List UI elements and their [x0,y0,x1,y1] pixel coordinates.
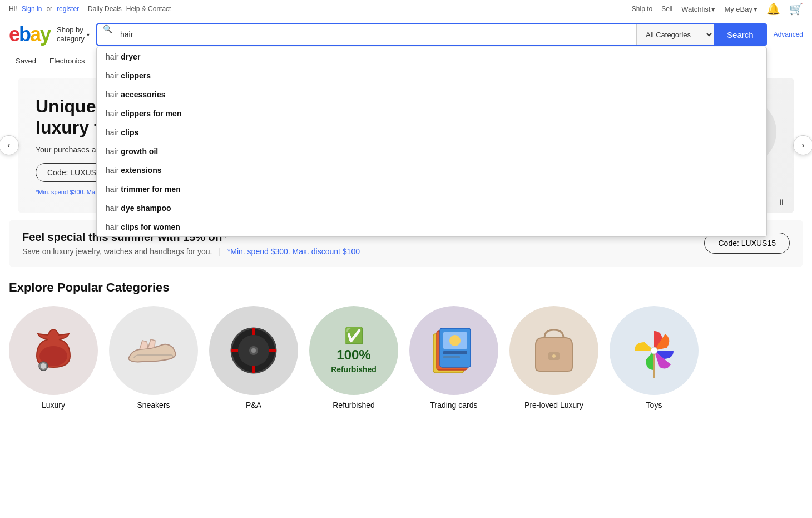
header: ebay Shop bycategory ▾ 🔍 All Categories … [0,18,812,51]
myebay-button[interactable]: My eBay ▾ [724,5,757,13]
hero-pause-button[interactable]: ⏸ [778,198,785,206]
category-toys-circle [610,306,699,395]
category-toys-name: Toys [646,401,662,410]
popular-categories-section: Explore Popular Categories Luxury [9,280,803,410]
category-trading-cards-name: Trading cards [430,401,477,410]
search-input[interactable] [118,24,636,45]
autocomplete-prefix-6: hair [106,166,118,175]
category-refurbished-circle: ✅ 100% Refurbished [309,306,398,395]
logo-e: e [9,23,19,46]
search-btn-wrap: Search [714,23,767,46]
autocomplete-item-6[interactable]: hair extensions [97,161,766,180]
category-sneakers-circle [109,306,198,395]
svg-point-25 [449,335,461,346]
refurb-badge: ✅ 100% Refurbished [331,327,377,374]
category-toys[interactable]: Toys [610,306,699,410]
promo-separator: | [219,247,223,256]
categories-grid: Luxury Sneakers [9,306,803,410]
category-preloved[interactable]: Pre-loved Luxury [509,306,598,410]
hi-text: Hi! [9,5,17,13]
svg-point-30 [651,347,657,354]
category-refurbished-name: Refurbished [333,401,375,410]
category-select[interactable]: All Categories Electronics Fashion Motor… [636,24,714,45]
popular-categories-title: Explore Popular Categories [9,280,803,295]
search-wrapper: 🔍 All Categories Electronics Fashion Mot… [96,23,767,46]
category-preloved-circle [509,306,598,395]
category-sneakers[interactable]: Sneakers [109,306,198,410]
sell-link[interactable]: Sell [661,5,672,13]
category-luxury-circle [9,306,98,395]
autocomplete-suffix-6: extensions [121,166,161,175]
autocomplete-suffix-2: accessories [121,90,165,99]
topbar: Hi! Sign in or register Daily Deals Help… [0,0,812,18]
logo-b: b [19,23,30,46]
search-button[interactable]: Search [714,23,767,46]
autocomplete-suffix-7: trimmer for men [121,185,180,194]
ship-to: Ship to [632,5,652,13]
daily-deals-link[interactable]: Daily Deals [88,5,122,13]
logo-y: y [40,23,50,46]
autocomplete-suffix-0: dryer [121,52,140,61]
autocomplete-item-1[interactable]: hair clippers [97,66,766,85]
svg-point-29 [552,354,556,358]
navbar-item-electronics[interactable]: Electronics [43,51,92,71]
navbar-item-saved[interactable]: Saved [9,51,43,71]
autocomplete-prefix-4: hair [106,128,118,137]
myebay-chevron: ▾ [754,5,757,13]
search-container: 🔍 All Categories Electronics Fashion Mot… [96,23,714,46]
category-luxury[interactable]: Luxury [9,306,98,410]
autocomplete-prefix-3: hair [106,109,118,118]
autocomplete-item-0[interactable]: hair dryer [97,47,766,66]
ebay-logo[interactable]: ebay [9,23,50,46]
category-trading-circle [409,306,498,395]
shop-by-category[interactable]: Shop bycategory ▾ [57,26,90,43]
autocomplete-item-3[interactable]: hair clippers for men [97,104,766,123]
register-link[interactable]: register [57,5,79,13]
autocomplete-dropdown: hair dryer hair clippers hair accessorie… [96,47,767,237]
signin-link[interactable]: Sign in [22,5,42,13]
autocomplete-suffix-5: growth oil [121,147,158,156]
category-refurbished[interactable]: ✅ 100% Refurbished Refurbished [309,306,398,410]
autocomplete-item-8[interactable]: hair dye shampoo [97,199,766,218]
notifications-button[interactable]: 🔔 [766,2,780,16]
autocomplete-item-5[interactable]: hair growth oil [97,142,766,161]
watchlist-button[interactable]: Watchlist ▾ [681,5,715,13]
category-trading-cards[interactable]: Trading cards [409,306,498,410]
search-icon: 🔍 [97,24,118,45]
autocomplete-prefix-9: hair [106,223,118,231]
svg-rect-27 [443,356,460,358]
shop-by-chevron: ▾ [87,32,90,38]
logo-a: a [30,23,40,46]
myebay-label: My eBay [724,5,752,13]
autocomplete-item-4[interactable]: hair clips [97,123,766,142]
category-sneakers-name: Sneakers [137,401,170,410]
hero-next-button[interactable]: › [793,135,812,155]
or-text: or [46,5,52,13]
autocomplete-item-9[interactable]: hair clips for women [97,218,766,236]
promo-subtitle-text: Save on luxury jewelry, watches and hand… [22,247,212,256]
refurb-text: Refurbished [331,365,377,374]
cart-button[interactable]: 🛒 [789,2,803,16]
category-pa[interactable]: P&A [209,306,298,410]
refurb-pct-text: 100% [336,347,370,363]
svg-rect-26 [443,351,467,354]
autocomplete-suffix-3: clippers for men [121,109,181,118]
topbar-right: Ship to Sell Watchlist ▾ My eBay ▾ 🔔 🛒 [632,2,803,16]
autocomplete-suffix-8: dye shampoo [121,204,171,213]
svg-point-12 [41,363,46,369]
watchlist-label: Watchlist [681,5,710,13]
advanced-link[interactable]: Advanced [774,31,803,38]
category-preloved-name: Pre-loved Luxury [524,401,583,410]
hero-prev-button[interactable]: ‹ [0,135,19,155]
topbar-left: Hi! Sign in or register Daily Deals Help… [9,5,171,13]
category-pa-name: P&A [246,401,261,410]
autocomplete-prefix-5: hair [106,147,118,156]
promo-disclaimer-link[interactable]: *Min. spend $300. Max. discount $100 [227,247,360,256]
autocomplete-item-2[interactable]: hair accessories [97,85,766,104]
shop-by-label: Shop bycategory [57,26,85,43]
category-pa-circle [209,306,298,395]
autocomplete-prefix-1: hair [106,71,118,80]
autocomplete-suffix-1: clippers [121,71,151,80]
autocomplete-item-7[interactable]: hair trimmer for men [97,180,766,199]
help-contact-link[interactable]: Help & Contact [126,5,171,13]
